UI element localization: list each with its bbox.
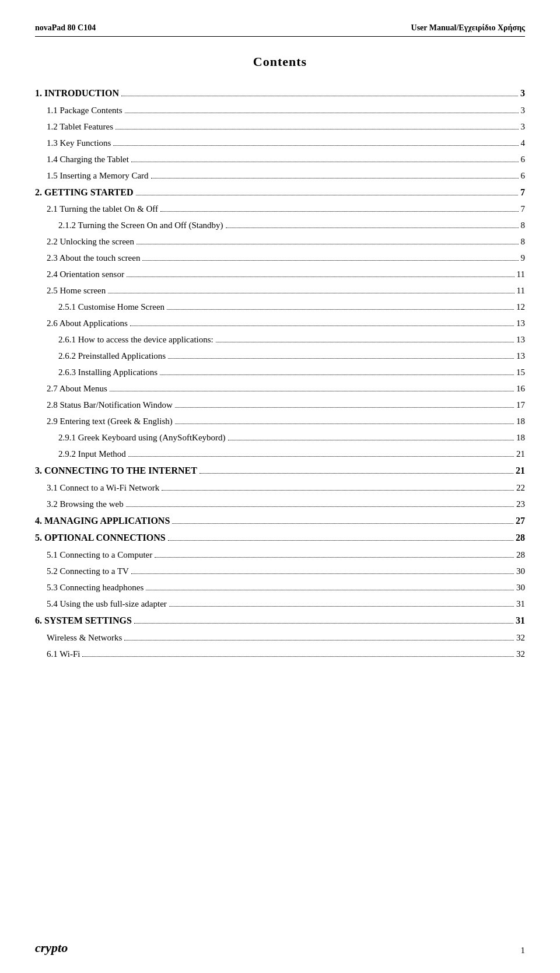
toc-dots bbox=[136, 195, 518, 195]
toc-dots bbox=[125, 113, 519, 113]
toc-label: 5.3 Connecting headphones bbox=[47, 580, 144, 594]
toc-dots bbox=[126, 506, 514, 507]
toc-entry: 5.4 Using the usb full-size adapter 31 bbox=[35, 597, 525, 611]
toc-label: 2.7 About Menus bbox=[47, 382, 107, 396]
toc-dots bbox=[160, 211, 519, 212]
toc-page: 22 bbox=[516, 481, 525, 495]
toc-dots bbox=[113, 145, 518, 146]
toc-dots bbox=[136, 244, 519, 244]
toc-label: 5.4 Using the usb full-size adapter bbox=[47, 597, 167, 611]
toc-page: 13 bbox=[516, 349, 525, 363]
toc-label: 1.1 Package Contents bbox=[47, 103, 123, 117]
toc-label: 2.4 Orientation sensor bbox=[47, 267, 124, 281]
toc-label: 2.2 Unlocking the screen bbox=[47, 235, 134, 249]
toc-page: 23 bbox=[516, 497, 525, 511]
toc-entry: 1.5 Inserting a Memory Card 6 bbox=[35, 169, 525, 183]
toc-dots bbox=[131, 162, 519, 162]
toc-dots bbox=[128, 456, 514, 457]
page-number: 1 bbox=[521, 946, 526, 956]
toc-dots bbox=[169, 606, 514, 607]
toc-label: 5.1 Connecting to a Computer bbox=[47, 548, 152, 562]
toc-dots bbox=[162, 490, 514, 491]
page-header: novaPad 80 C104 User Manual/Εγχειρίδιο Χ… bbox=[35, 23, 525, 37]
toc-dots bbox=[175, 407, 514, 408]
toc-page: 28 bbox=[516, 548, 525, 562]
toc-entry: 5.3 Connecting headphones 30 bbox=[35, 580, 525, 594]
toc-entry: 2.7 About Menus 16 bbox=[35, 382, 525, 396]
toc-entry: 2.4 Orientation sensor 11 bbox=[35, 267, 525, 281]
toc-label: 1.3 Key Functions bbox=[47, 136, 111, 150]
toc-entry: 5.1 Connecting to a Computer 28 bbox=[35, 548, 525, 562]
toc-entry: 2.9 Entering text (Greek & English) 18 bbox=[35, 414, 525, 428]
toc-dots bbox=[130, 326, 514, 326]
toc-label: 3.1 Connect to a Wi-Fi Network bbox=[47, 481, 159, 495]
toc-page: 13 bbox=[516, 316, 525, 330]
toc-dots bbox=[124, 640, 514, 640]
toc-list: 1. INTRODUCTION 3 1.1 Package Contents 3… bbox=[35, 86, 525, 661]
toc-page: 3 bbox=[521, 120, 526, 134]
toc-dots bbox=[146, 590, 514, 590]
toc-dots bbox=[116, 129, 518, 130]
toc-page: 7 bbox=[521, 202, 526, 216]
toc-dots bbox=[142, 260, 518, 261]
toc-entry: Wireless & Networks 32 bbox=[35, 631, 525, 645]
toc-label: 2.6.3 Installing Applications bbox=[58, 365, 158, 379]
toc-dots bbox=[108, 293, 514, 293]
toc-dots bbox=[167, 309, 514, 310]
toc-page: 18 bbox=[516, 414, 525, 428]
toc-page: 27 bbox=[516, 513, 525, 528]
toc-page: 30 bbox=[516, 580, 525, 594]
toc-page: 30 bbox=[516, 564, 525, 578]
header-right: User Manual/Εγχειρίδιο Χρήσης bbox=[411, 23, 525, 33]
toc-page: 6 bbox=[521, 169, 526, 183]
toc-page: 15 bbox=[516, 365, 525, 379]
toc-label: 2.6 About Applications bbox=[47, 316, 128, 330]
toc-label: 1. INTRODUCTION bbox=[35, 86, 119, 101]
toc-label: 2.9.2 Input Method bbox=[58, 447, 126, 461]
toc-entry: 2.9.2 Input Method 21 bbox=[35, 447, 525, 461]
toc-entry: 2.1.2 Turning the Screen On and Off (Sta… bbox=[35, 218, 525, 232]
toc-dots bbox=[200, 473, 513, 474]
toc-entry: 2. GETTING STARTED 7 bbox=[35, 185, 525, 200]
toc-dots bbox=[172, 523, 513, 524]
toc-dots bbox=[228, 440, 514, 440]
toc-page: 31 bbox=[516, 597, 525, 611]
toc-label: 2. GETTING STARTED bbox=[35, 185, 134, 200]
toc-entry: 6. SYSTEM SETTINGS 31 bbox=[35, 613, 525, 628]
toc-dots bbox=[168, 358, 514, 359]
toc-entry: 5.2 Connecting to a TV 30 bbox=[35, 564, 525, 578]
header-left: novaPad 80 C104 bbox=[35, 23, 96, 33]
toc-label: 1.4 Charging the Tablet bbox=[47, 152, 129, 166]
toc-label: 2.5.1 Customise Home Screen bbox=[58, 300, 164, 314]
toc-page: 28 bbox=[516, 530, 525, 545]
toc-entry: 1.1 Package Contents 3 bbox=[35, 103, 525, 117]
toc-label: 3. CONNECTING TO THE INTERNET bbox=[35, 463, 197, 478]
toc-dots bbox=[160, 374, 514, 375]
toc-entry: 1. INTRODUCTION 3 bbox=[35, 86, 525, 101]
toc-page: 21 bbox=[516, 447, 525, 461]
toc-dots bbox=[121, 96, 518, 96]
toc-page: 32 bbox=[516, 631, 525, 645]
toc-dots bbox=[131, 573, 514, 574]
toc-label: 6.1 Wi-Fi bbox=[47, 647, 80, 661]
toc-entry: 2.6 About Applications 13 bbox=[35, 316, 525, 330]
toc-page: 9 bbox=[521, 251, 526, 265]
toc-page: 3 bbox=[521, 103, 526, 117]
toc-page: 18 bbox=[516, 430, 525, 444]
crypto-logo: crypto bbox=[35, 940, 68, 956]
toc-label: 1.5 Inserting a Memory Card bbox=[47, 169, 149, 183]
toc-entry: 1.4 Charging the Tablet 6 bbox=[35, 152, 525, 166]
toc-label: 2.1 Turning the tablet On & Off bbox=[47, 202, 158, 216]
toc-entry: 2.8 Status Bar/Notification Window 17 bbox=[35, 398, 525, 412]
toc-page: 8 bbox=[521, 235, 526, 249]
logo-text: crypto bbox=[35, 940, 68, 956]
toc-entry: 5. OPTIONAL CONNECTIONS 28 bbox=[35, 530, 525, 545]
toc-page: 4 bbox=[521, 136, 526, 150]
toc-label: 1.2 Tablet Features bbox=[47, 120, 113, 134]
toc-label: 6. SYSTEM SETTINGS bbox=[35, 613, 132, 628]
toc-page: 32 bbox=[516, 647, 525, 661]
toc-page: 12 bbox=[516, 300, 525, 314]
toc-page: 6 bbox=[521, 152, 526, 166]
toc-label: 5. OPTIONAL CONNECTIONS bbox=[35, 530, 166, 545]
toc-label: 2.5 Home screen bbox=[47, 284, 106, 298]
